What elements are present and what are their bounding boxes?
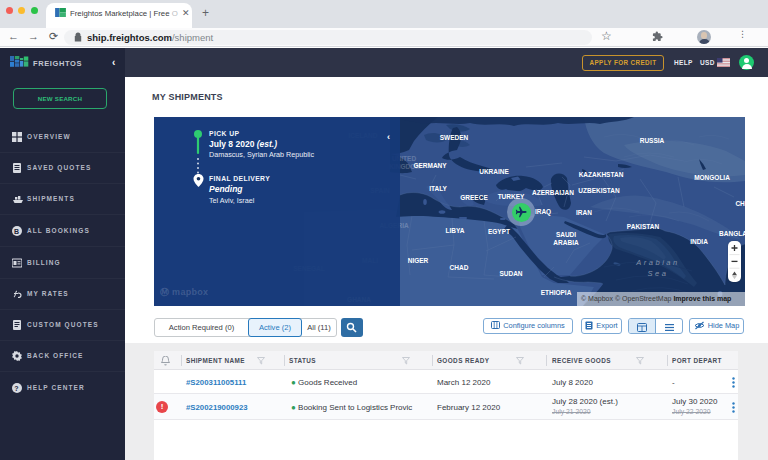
svg-text:SWEDEN: SWEDEN <box>440 134 469 141</box>
svg-text:CHI: CHI <box>735 200 745 207</box>
svg-text:GREECE: GREECE <box>460 194 488 201</box>
svg-text:ITALY: ITALY <box>429 185 447 192</box>
svg-text:GERMANY: GERMANY <box>413 162 447 169</box>
svg-text:KAZAKHSTAN: KAZAKHSTAN <box>579 171 624 178</box>
svg-text:AZERBAIJAN: AZERBAIJAN <box>532 189 574 196</box>
svg-text:RUSSIA: RUSSIA <box>640 137 665 144</box>
svg-text:PAKISTAN: PAKISTAN <box>627 223 660 230</box>
svg-text:MONGOLIA: MONGOLIA <box>694 174 730 181</box>
svg-text:ARABIA: ARABIA <box>553 239 579 246</box>
svg-text:IRAN: IRAN <box>576 209 592 216</box>
svg-text:BANGLA: BANGLA <box>719 230 745 237</box>
svg-text:B: B <box>14 228 20 235</box>
svg-text:UZBEKISTAN: UZBEKISTAN <box>578 187 620 194</box>
svg-text:CHAD: CHAD <box>450 264 469 271</box>
svg-text:ETHIOPIA: ETHIOPIA <box>541 289 572 296</box>
svg-text:EGYPT: EGYPT <box>488 228 510 235</box>
svg-text:NIGER: NIGER <box>408 257 429 264</box>
svg-text:Arabian: Arabian <box>635 258 679 267</box>
svg-text:INDIA: INDIA <box>690 238 708 245</box>
svg-text:SUDAN: SUDAN <box>499 270 522 277</box>
svg-text:?: ? <box>14 384 19 391</box>
svg-text:IRAQ: IRAQ <box>535 208 551 216</box>
svg-text:SAUDI: SAUDI <box>556 231 576 238</box>
svg-text:Sea: Sea <box>648 269 669 278</box>
svg-text:LIBYA: LIBYA <box>446 227 465 234</box>
svg-text:UKRAINE: UKRAINE <box>479 168 509 175</box>
